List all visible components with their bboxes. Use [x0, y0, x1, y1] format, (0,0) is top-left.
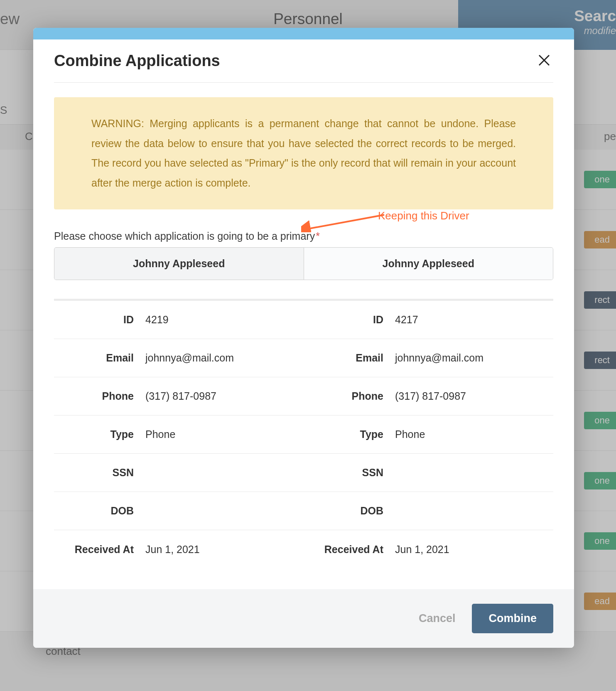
label-type: Type: [54, 428, 145, 440]
modal-accent-bar: [33, 28, 574, 39]
label-phone: Phone: [54, 390, 145, 402]
annotation-arrow-icon: [301, 211, 388, 232]
label-type: Type: [304, 428, 395, 440]
value-phone-left: (317) 817-0987: [145, 390, 216, 402]
comparison-grid: ID 4219 Email johnnya@mail.com Phone (31…: [54, 301, 553, 568]
label-dob: DOB: [304, 505, 395, 517]
value-received-left: Jun 1, 2021: [145, 543, 200, 556]
row-dob: DOB: [304, 492, 553, 530]
label-ssn: SSN: [304, 467, 395, 479]
value-received-right: Jun 1, 2021: [395, 543, 449, 556]
row-email: Email johnnya@mail.com: [304, 339, 553, 377]
close-icon: [537, 54, 551, 67]
right-column: ID 4217 Email johnnya@mail.com Phone (31…: [304, 301, 553, 568]
value-type-left: Phone: [145, 428, 175, 440]
row-received: Received At Jun 1, 2021: [304, 530, 553, 568]
row-dob: DOB: [54, 492, 304, 530]
combine-applications-modal: Combine Applications WARNING: Merging ap…: [33, 28, 574, 648]
close-button[interactable]: [535, 53, 553, 69]
value-phone-right: (317) 817-0987: [395, 390, 466, 402]
label-phone: Phone: [304, 390, 395, 402]
label-id: ID: [304, 314, 395, 326]
primary-selector: Johnny Appleseed Johnny Appleseed: [54, 247, 553, 280]
combine-button[interactable]: Combine: [472, 604, 553, 633]
row-received: Received At Jun 1, 2021: [54, 530, 304, 568]
row-ssn: SSN: [54, 454, 304, 492]
label-email: Email: [304, 352, 395, 364]
value-id-right: 4217: [395, 314, 418, 326]
label-ssn: SSN: [54, 467, 145, 479]
value-email-left: johnnya@mail.com: [145, 352, 234, 364]
annotation-text: Keeping this Driver: [378, 209, 469, 222]
row-id: ID 4217: [304, 301, 553, 339]
row-email: Email johnnya@mail.com: [54, 339, 304, 377]
label-dob: DOB: [54, 505, 145, 517]
warning-banner: WARNING: Merging applicants is a permane…: [54, 97, 553, 209]
row-type: Type Phone: [304, 416, 553, 454]
primary-option-left[interactable]: Johnny Appleseed: [54, 247, 304, 280]
label-received: Received At: [54, 543, 145, 556]
label-email: Email: [54, 352, 145, 364]
value-id-left: 4219: [145, 314, 169, 326]
label-id: ID: [54, 314, 145, 326]
label-received: Received At: [304, 543, 395, 556]
modal-footer: Cancel Combine: [33, 589, 574, 648]
value-type-right: Phone: [395, 428, 425, 440]
cancel-button[interactable]: Cancel: [419, 612, 456, 625]
divider: [54, 82, 553, 83]
choose-primary-text: Please choose which application is going…: [54, 230, 315, 242]
modal-header: Combine Applications: [33, 39, 574, 82]
value-email-right: johnnya@mail.com: [395, 352, 483, 364]
row-type: Type Phone: [54, 416, 304, 454]
left-column: ID 4219 Email johnnya@mail.com Phone (31…: [54, 301, 304, 568]
modal-title: Combine Applications: [54, 52, 220, 70]
row-ssn: SSN: [304, 454, 553, 492]
svg-line-3: [307, 215, 384, 229]
primary-option-right[interactable]: Johnny Appleseed: [304, 247, 554, 280]
row-id: ID 4219: [54, 301, 304, 339]
row-phone: Phone (317) 817-0987: [304, 377, 553, 416]
row-phone: Phone (317) 817-0987: [54, 377, 304, 416]
modal-body: WARNING: Merging applicants is a permane…: [33, 97, 574, 589]
